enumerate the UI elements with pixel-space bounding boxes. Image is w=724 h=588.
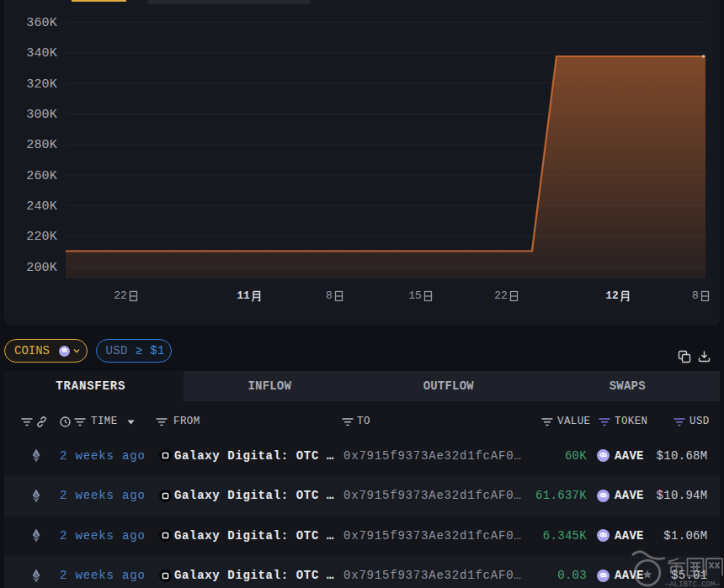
svg-text:—ALIBTC.COM—: —ALIBTC.COM— (664, 580, 720, 588)
